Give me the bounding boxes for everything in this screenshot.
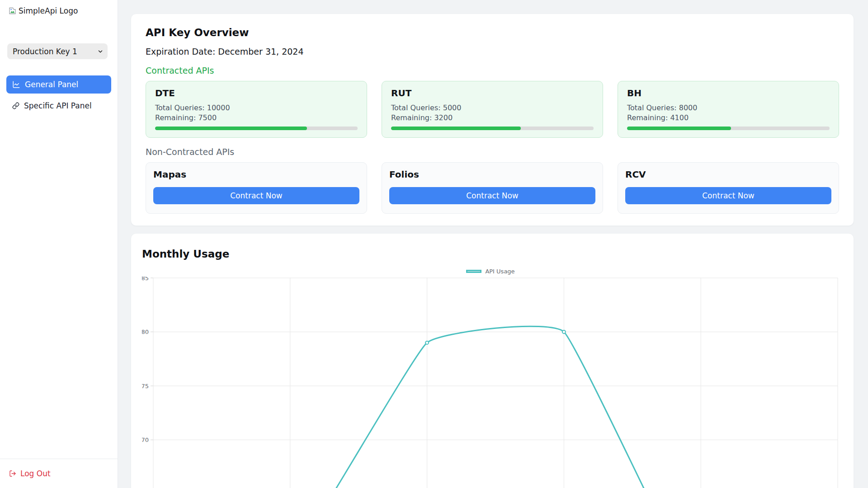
total-queries-text: Total Queries: 8000 (627, 103, 830, 113)
usage-progress-track (155, 127, 358, 130)
contract-now-button[interactable]: Contract Now (389, 187, 595, 204)
monthly-usage-title: Monthly Usage (142, 248, 839, 260)
api-key-overview-card: API Key Overview Expiration Date: Decemb… (131, 14, 854, 226)
broken-image-icon (9, 7, 16, 14)
remaining-text: Remaining: 7500 (155, 113, 358, 122)
svg-text:85: 85 (142, 277, 149, 282)
remaining-text: Remaining: 4100 (627, 113, 830, 122)
chart-legend[interactable]: API Usage (142, 268, 839, 275)
line-chart-icon (12, 80, 20, 89)
contract-now-button[interactable]: Contract Now (153, 187, 359, 204)
total-queries-text: Total Queries: 5000 (391, 103, 594, 113)
svg-text:80: 80 (142, 328, 149, 335)
contracted-api-card-rut: RUT Total Queries: 5000 Remaining: 3200 (382, 81, 603, 138)
non-contracted-api-card-folios: Folios Contract Now (382, 162, 603, 214)
total-queries-text: Total Queries: 10000 (155, 103, 358, 113)
legend-swatch (466, 270, 481, 273)
api-name: Mapas (153, 169, 359, 180)
overview-title: API Key Overview (146, 27, 839, 38)
contracted-api-card-dte: DTE Total Queries: 10000 Remaining: 7500 (146, 81, 367, 138)
api-name: Folios (389, 169, 595, 180)
app-logo-text: SimpleApi Logo (19, 6, 78, 15)
sidebar-item-label: Specific API Panel (24, 101, 92, 110)
api-name: RUT (391, 88, 594, 99)
api-key-select[interactable]: Production Key 1 (7, 43, 108, 59)
logout-section: Log Out (0, 459, 118, 488)
sidebar-item-specific-api-panel[interactable]: Specific API Panel (6, 97, 111, 115)
api-key-select-wrap: Production Key 1 (7, 43, 108, 59)
api-name: BH (627, 88, 830, 99)
contracted-api-card-bh: BH Total Queries: 8000 Remaining: 4100 (618, 81, 839, 138)
usage-progress-track (391, 127, 594, 130)
usage-progress-fill (155, 127, 307, 130)
api-name: RCV (625, 169, 831, 180)
remaining-text: Remaining: 3200 (391, 113, 594, 122)
non-contracted-apis-heading: Non-Contracted APIs (146, 147, 839, 157)
monthly-usage-card: Monthly Usage API Usage 8580757065 (131, 233, 854, 488)
sidebar-nav: General Panel Specific API Panel (6, 75, 111, 115)
svg-text:75: 75 (142, 383, 149, 389)
svg-text:70: 70 (142, 436, 149, 443)
link-icon (12, 102, 19, 109)
non-contracted-api-card-mapas: Mapas Contract Now (146, 162, 367, 214)
sidebar-item-label: General Panel (25, 80, 78, 89)
non-contracted-apis-grid: Mapas Contract Now Folios Contract Now R… (146, 162, 839, 214)
logout-button[interactable]: Log Out (9, 469, 108, 478)
log-out-icon (9, 470, 16, 477)
sidebar-item-general-panel[interactable]: General Panel (6, 75, 111, 94)
contracted-apis-grid: DTE Total Queries: 10000 Remaining: 7500… (146, 81, 839, 138)
legend-label: API Usage (485, 268, 514, 275)
usage-progress-track (627, 127, 830, 130)
api-name: DTE (155, 88, 358, 99)
contracted-apis-heading: Contracted APIs (146, 66, 839, 75)
expiration-date-text: Expiration Date: December 31, 2024 (146, 47, 839, 56)
logout-label: Log Out (20, 469, 51, 478)
non-contracted-api-card-rcv: RCV Contract Now (618, 162, 839, 214)
monthly-usage-chart: 8580757065 (142, 277, 840, 488)
usage-progress-fill (627, 127, 731, 130)
app-logo: SimpleApi Logo (0, 0, 118, 15)
main-content: API Key Overview Expiration Date: Decemb… (118, 0, 868, 488)
usage-progress-fill (391, 127, 521, 130)
sidebar: SimpleApi Logo Production Key 1 General … (0, 0, 118, 488)
contract-now-button[interactable]: Contract Now (625, 187, 831, 204)
